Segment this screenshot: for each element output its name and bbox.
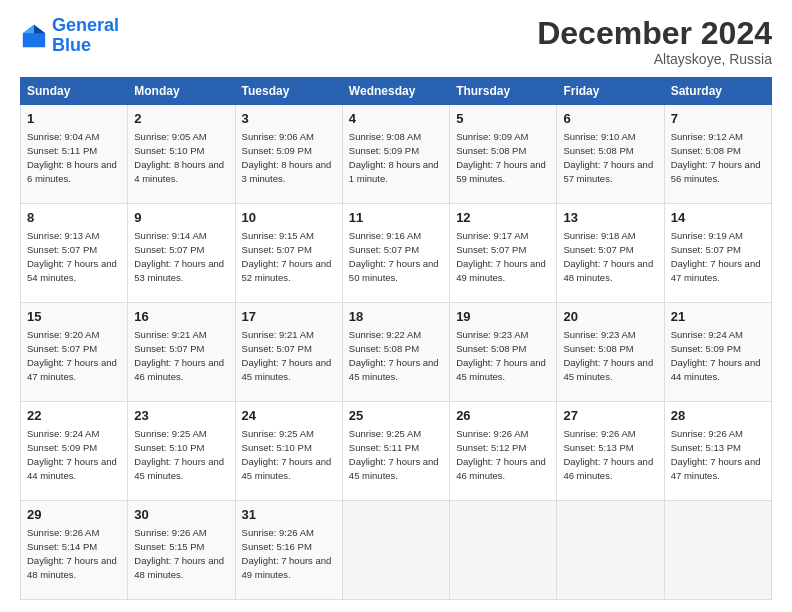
- table-row: 26Sunrise: 9:26 AMSunset: 5:12 PMDayligh…: [450, 402, 557, 501]
- header: General Blue December 2024 Altayskoye, R…: [20, 16, 772, 67]
- table-row: 17Sunrise: 9:21 AMSunset: 5:07 PMDayligh…: [235, 303, 342, 402]
- table-row: 10Sunrise: 9:15 AMSunset: 5:07 PMDayligh…: [235, 204, 342, 303]
- day-number: 27: [563, 407, 657, 425]
- day-info: Sunrise: 9:24 AMSunset: 5:09 PMDaylight:…: [671, 329, 761, 382]
- day-number: 16: [134, 308, 228, 326]
- day-number: 25: [349, 407, 443, 425]
- day-number: 24: [242, 407, 336, 425]
- day-number: 19: [456, 308, 550, 326]
- logo-icon: [20, 22, 48, 50]
- table-row: 24Sunrise: 9:25 AMSunset: 5:10 PMDayligh…: [235, 402, 342, 501]
- day-number: 23: [134, 407, 228, 425]
- table-row: 30Sunrise: 9:26 AMSunset: 5:15 PMDayligh…: [128, 501, 235, 600]
- col-monday: Monday: [128, 78, 235, 105]
- day-info: Sunrise: 9:26 AMSunset: 5:13 PMDaylight:…: [671, 428, 761, 481]
- day-number: 26: [456, 407, 550, 425]
- table-row: 9Sunrise: 9:14 AMSunset: 5:07 PMDaylight…: [128, 204, 235, 303]
- day-number: 29: [27, 506, 121, 524]
- table-row: [450, 501, 557, 600]
- table-row: 6Sunrise: 9:10 AMSunset: 5:08 PMDaylight…: [557, 105, 664, 204]
- table-row: 4Sunrise: 9:08 AMSunset: 5:09 PMDaylight…: [342, 105, 449, 204]
- day-number: 14: [671, 209, 765, 227]
- table-row: 20Sunrise: 9:23 AMSunset: 5:08 PMDayligh…: [557, 303, 664, 402]
- day-number: 5: [456, 110, 550, 128]
- table-row: [664, 501, 771, 600]
- day-info: Sunrise: 9:04 AMSunset: 5:11 PMDaylight:…: [27, 131, 117, 184]
- day-info: Sunrise: 9:18 AMSunset: 5:07 PMDaylight:…: [563, 230, 653, 283]
- table-row: 2Sunrise: 9:05 AMSunset: 5:10 PMDaylight…: [128, 105, 235, 204]
- day-info: Sunrise: 9:15 AMSunset: 5:07 PMDaylight:…: [242, 230, 332, 283]
- day-info: Sunrise: 9:14 AMSunset: 5:07 PMDaylight:…: [134, 230, 224, 283]
- day-number: 17: [242, 308, 336, 326]
- day-info: Sunrise: 9:26 AMSunset: 5:16 PMDaylight:…: [242, 527, 332, 580]
- day-number: 9: [134, 209, 228, 227]
- col-sunday: Sunday: [21, 78, 128, 105]
- day-info: Sunrise: 9:23 AMSunset: 5:08 PMDaylight:…: [563, 329, 653, 382]
- table-row: 5Sunrise: 9:09 AMSunset: 5:08 PMDaylight…: [450, 105, 557, 204]
- table-row: 13Sunrise: 9:18 AMSunset: 5:07 PMDayligh…: [557, 204, 664, 303]
- day-info: Sunrise: 9:09 AMSunset: 5:08 PMDaylight:…: [456, 131, 546, 184]
- day-info: Sunrise: 9:25 AMSunset: 5:10 PMDaylight:…: [134, 428, 224, 481]
- table-row: 16Sunrise: 9:21 AMSunset: 5:07 PMDayligh…: [128, 303, 235, 402]
- day-number: 20: [563, 308, 657, 326]
- day-number: 30: [134, 506, 228, 524]
- day-info: Sunrise: 9:17 AMSunset: 5:07 PMDaylight:…: [456, 230, 546, 283]
- day-info: Sunrise: 9:23 AMSunset: 5:08 PMDaylight:…: [456, 329, 546, 382]
- day-number: 18: [349, 308, 443, 326]
- calendar-table: Sunday Monday Tuesday Wednesday Thursday…: [20, 77, 772, 600]
- day-info: Sunrise: 9:22 AMSunset: 5:08 PMDaylight:…: [349, 329, 439, 382]
- col-wednesday: Wednesday: [342, 78, 449, 105]
- table-row: [342, 501, 449, 600]
- day-info: Sunrise: 9:19 AMSunset: 5:07 PMDaylight:…: [671, 230, 761, 283]
- logo-general: General: [52, 15, 119, 35]
- table-row: 21Sunrise: 9:24 AMSunset: 5:09 PMDayligh…: [664, 303, 771, 402]
- day-number: 10: [242, 209, 336, 227]
- logo-blue: Blue: [52, 35, 91, 55]
- svg-marker-1: [34, 25, 45, 33]
- day-info: Sunrise: 9:06 AMSunset: 5:09 PMDaylight:…: [242, 131, 332, 184]
- day-info: Sunrise: 9:20 AMSunset: 5:07 PMDaylight:…: [27, 329, 117, 382]
- table-row: 12Sunrise: 9:17 AMSunset: 5:07 PMDayligh…: [450, 204, 557, 303]
- table-row: 25Sunrise: 9:25 AMSunset: 5:11 PMDayligh…: [342, 402, 449, 501]
- day-number: 4: [349, 110, 443, 128]
- day-info: Sunrise: 9:16 AMSunset: 5:07 PMDaylight:…: [349, 230, 439, 283]
- header-row: Sunday Monday Tuesday Wednesday Thursday…: [21, 78, 772, 105]
- month-title: December 2024: [537, 16, 772, 51]
- logo-text: General Blue: [52, 16, 119, 56]
- day-number: 28: [671, 407, 765, 425]
- table-row: 15Sunrise: 9:20 AMSunset: 5:07 PMDayligh…: [21, 303, 128, 402]
- page: General Blue December 2024 Altayskoye, R…: [0, 0, 792, 612]
- table-row: 23Sunrise: 9:25 AMSunset: 5:10 PMDayligh…: [128, 402, 235, 501]
- day-info: Sunrise: 9:10 AMSunset: 5:08 PMDaylight:…: [563, 131, 653, 184]
- table-row: 1Sunrise: 9:04 AMSunset: 5:11 PMDaylight…: [21, 105, 128, 204]
- day-number: 8: [27, 209, 121, 227]
- col-thursday: Thursday: [450, 78, 557, 105]
- table-row: 3Sunrise: 9:06 AMSunset: 5:09 PMDaylight…: [235, 105, 342, 204]
- day-number: 22: [27, 407, 121, 425]
- calendar-week-4: 22Sunrise: 9:24 AMSunset: 5:09 PMDayligh…: [21, 402, 772, 501]
- location: Altayskoye, Russia: [537, 51, 772, 67]
- table-row: 11Sunrise: 9:16 AMSunset: 5:07 PMDayligh…: [342, 204, 449, 303]
- day-info: Sunrise: 9:08 AMSunset: 5:09 PMDaylight:…: [349, 131, 439, 184]
- day-number: 31: [242, 506, 336, 524]
- day-number: 21: [671, 308, 765, 326]
- calendar-week-2: 8Sunrise: 9:13 AMSunset: 5:07 PMDaylight…: [21, 204, 772, 303]
- day-number: 2: [134, 110, 228, 128]
- table-row: 7Sunrise: 9:12 AMSunset: 5:08 PMDaylight…: [664, 105, 771, 204]
- logo: General Blue: [20, 16, 119, 56]
- day-info: Sunrise: 9:26 AMSunset: 5:15 PMDaylight:…: [134, 527, 224, 580]
- day-number: 1: [27, 110, 121, 128]
- day-number: 11: [349, 209, 443, 227]
- table-row: 27Sunrise: 9:26 AMSunset: 5:13 PMDayligh…: [557, 402, 664, 501]
- table-row: 18Sunrise: 9:22 AMSunset: 5:08 PMDayligh…: [342, 303, 449, 402]
- col-saturday: Saturday: [664, 78, 771, 105]
- day-number: 7: [671, 110, 765, 128]
- title-block: December 2024 Altayskoye, Russia: [537, 16, 772, 67]
- calendar-week-5: 29Sunrise: 9:26 AMSunset: 5:14 PMDayligh…: [21, 501, 772, 600]
- col-tuesday: Tuesday: [235, 78, 342, 105]
- table-row: 28Sunrise: 9:26 AMSunset: 5:13 PMDayligh…: [664, 402, 771, 501]
- day-number: 15: [27, 308, 121, 326]
- day-info: Sunrise: 9:05 AMSunset: 5:10 PMDaylight:…: [134, 131, 224, 184]
- calendar-week-3: 15Sunrise: 9:20 AMSunset: 5:07 PMDayligh…: [21, 303, 772, 402]
- col-friday: Friday: [557, 78, 664, 105]
